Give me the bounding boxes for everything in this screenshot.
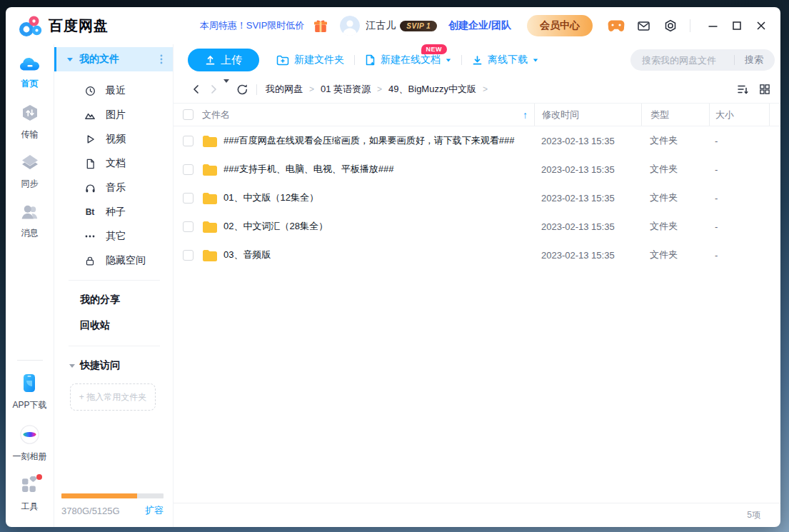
sidebar: 我的文件 最近 图片 bbox=[54, 44, 174, 527]
header-size[interactable]: 大小 bbox=[709, 104, 769, 126]
sidebar-item-torrents[interactable]: Bt 种子 bbox=[54, 200, 173, 224]
sidebar-divider bbox=[69, 280, 160, 281]
table-header: 文件名 ↑ 修改时间 类型 大小 bbox=[174, 103, 780, 126]
breadcrumb-item-1[interactable]: 01 英语资源 bbox=[321, 83, 371, 96]
table-row[interactable]: 02、中文词汇（28集全） 2023-02-13 15:35 文件夹 - bbox=[174, 212, 780, 241]
header-modified[interactable]: 修改时间 bbox=[534, 104, 641, 126]
file-name[interactable]: ###支持手机、电脑、电视、平板播放### bbox=[223, 163, 534, 176]
category-label: 图片 bbox=[106, 109, 126, 121]
sidebar-item-documents[interactable]: 文档 bbox=[54, 151, 173, 176]
breadcrumb-item-root[interactable]: 我的网盘 bbox=[266, 83, 303, 96]
table-row[interactable]: 01、中文版（12集全） 2023-02-13 15:35 文件夹 - bbox=[174, 184, 780, 212]
back-button[interactable] bbox=[188, 81, 205, 98]
file-modified: 2023-02-13 15:35 bbox=[534, 136, 641, 146]
rail-item-app-download[interactable]: APP下载 bbox=[12, 373, 46, 411]
header-filename[interactable]: 文件名 bbox=[202, 109, 230, 121]
sidebar-item-recent[interactable]: 最近 bbox=[54, 79, 173, 103]
new-folder-label: 新建文件夹 bbox=[294, 54, 344, 66]
sidebar-item-my-share[interactable]: 我的分享 bbox=[54, 287, 173, 313]
sidebar-item-music[interactable]: 音乐 bbox=[54, 176, 173, 200]
navigation-bar: 我的网盘 > 01 英语资源 > 49、BigMuzzy中文版 > bbox=[174, 76, 780, 103]
search-button[interactable]: 搜索 bbox=[736, 54, 772, 66]
sidebar-item-pictures[interactable]: 图片 bbox=[54, 103, 173, 127]
table-row[interactable]: 03、音频版 2023-02-13 15:35 文件夹 - bbox=[174, 241, 780, 269]
rail-item-tools[interactable]: 工具 bbox=[21, 476, 39, 513]
rail-label-app-download: APP下载 bbox=[12, 399, 46, 411]
rail-item-home[interactable]: 首页 bbox=[19, 56, 41, 90]
header-type[interactable]: 类型 bbox=[641, 104, 709, 126]
sidebar-item-quick-access[interactable]: 快捷访问 bbox=[54, 353, 173, 378]
breadcrumb-item-2[interactable]: 49、BigMuzzy中文版 bbox=[388, 83, 476, 96]
settings-icon[interactable] bbox=[661, 16, 680, 35]
game-center-icon[interactable] bbox=[607, 16, 625, 35]
drop-favorite-folder-zone[interactable]: + 拖入常用文件夹 bbox=[70, 383, 156, 411]
mail-icon[interactable] bbox=[634, 16, 653, 35]
svip-promo-link[interactable]: 本周特惠！SVIP限时低价 bbox=[200, 19, 305, 32]
member-center-button[interactable]: 会员中心 bbox=[527, 15, 593, 36]
image-icon bbox=[84, 110, 96, 120]
sort-ascending-icon[interactable]: ↑ bbox=[523, 109, 528, 121]
titlebar-divider bbox=[690, 19, 690, 32]
sidebar-item-hidden-space[interactable]: 隐藏空间 bbox=[54, 249, 173, 273]
new-online-doc-button[interactable]: NEW 新建在线文档 bbox=[365, 54, 451, 66]
row-checkbox[interactable] bbox=[183, 136, 194, 146]
select-all-checkbox[interactable] bbox=[183, 109, 194, 120]
rail-label-tools: 工具 bbox=[21, 501, 39, 513]
file-name[interactable]: ###百度网盘在线观看会压缩画质，如果要画质好，请下载下来观看### bbox=[223, 134, 534, 147]
file-name[interactable]: 02、中文词汇（28集全） bbox=[223, 220, 534, 233]
more-options-icon[interactable] bbox=[160, 54, 163, 64]
rail-item-sync[interactable]: 同步 bbox=[21, 154, 39, 190]
headphones-icon bbox=[84, 183, 96, 193]
toolbar-separator bbox=[354, 55, 355, 65]
storage-progress-bar[interactable] bbox=[61, 493, 164, 498]
user-name[interactable]: 江古儿 bbox=[366, 19, 396, 32]
sidebar-item-others[interactable]: 其它 bbox=[54, 224, 173, 249]
history-dropdown-icon[interactable] bbox=[223, 83, 229, 96]
storage-section: 3780G/5125G 扩容 bbox=[61, 493, 164, 517]
maximize-button[interactable] bbox=[728, 16, 746, 35]
grid-view-icon[interactable] bbox=[759, 84, 770, 95]
rail-item-transfer[interactable]: 传输 bbox=[21, 104, 39, 141]
refresh-button[interactable] bbox=[233, 81, 251, 98]
rail-label-photo-album: 一刻相册 bbox=[13, 451, 47, 463]
sidebar-item-videos[interactable]: 视频 bbox=[54, 127, 173, 151]
sort-icon[interactable] bbox=[737, 84, 749, 95]
messages-icon bbox=[21, 204, 39, 224]
row-checkbox[interactable] bbox=[183, 193, 194, 204]
upload-button[interactable]: 上传 bbox=[188, 49, 259, 71]
file-name[interactable]: 01、中文版（12集全） bbox=[223, 191, 534, 204]
file-type: 文件夹 bbox=[641, 191, 709, 204]
gift-icon[interactable] bbox=[313, 18, 328, 34]
table-row[interactable]: ###支持手机、电脑、电视、平板播放### 2023-02-13 15:35 文… bbox=[174, 155, 780, 184]
sync-icon bbox=[21, 154, 39, 174]
folder-icon bbox=[202, 249, 218, 261]
file-type: 文件夹 bbox=[641, 134, 709, 147]
file-name[interactable]: 03、音频版 bbox=[223, 249, 534, 261]
rail-item-photo-album[interactable]: 一刻相册 bbox=[13, 425, 47, 463]
main-panel: 上传 新建文件夹 NEW 新建在线文档 bbox=[174, 44, 780, 527]
sidebar-item-my-files[interactable]: 我的文件 bbox=[54, 47, 173, 71]
create-team-link[interactable]: 创建企业/团队 bbox=[448, 19, 511, 32]
my-files-label: 我的文件 bbox=[79, 53, 160, 66]
row-checkbox[interactable] bbox=[183, 250, 194, 261]
table-row[interactable]: ###百度网盘在线观看会压缩画质，如果要画质好，请下载下来观看### 2023-… bbox=[174, 126, 780, 155]
offline-download-button[interactable]: 离线下载 bbox=[472, 54, 538, 66]
search-input[interactable] bbox=[642, 55, 733, 66]
new-folder-button[interactable]: 新建文件夹 bbox=[276, 54, 344, 66]
svip-badge[interactable]: SVIP 1 bbox=[400, 21, 437, 31]
storage-expand-link[interactable]: 扩容 bbox=[145, 504, 164, 517]
row-checkbox[interactable] bbox=[183, 164, 194, 175]
folder-icon bbox=[202, 221, 218, 233]
upload-icon bbox=[205, 55, 216, 66]
row-checkbox[interactable] bbox=[183, 221, 194, 232]
breadcrumb-separator: > bbox=[309, 84, 314, 94]
sidebar-item-recycle-bin[interactable]: 回收站 bbox=[54, 313, 173, 338]
file-modified: 2023-02-13 15:35 bbox=[534, 193, 641, 204]
rail-item-messages[interactable]: 消息 bbox=[21, 204, 39, 239]
app-logo: 百度网盘 bbox=[19, 15, 109, 37]
close-button[interactable] bbox=[752, 16, 770, 35]
user-avatar[interactable] bbox=[340, 16, 360, 36]
minimize-button[interactable] bbox=[703, 16, 722, 35]
forward-button[interactable] bbox=[205, 81, 222, 98]
play-icon bbox=[84, 134, 96, 144]
